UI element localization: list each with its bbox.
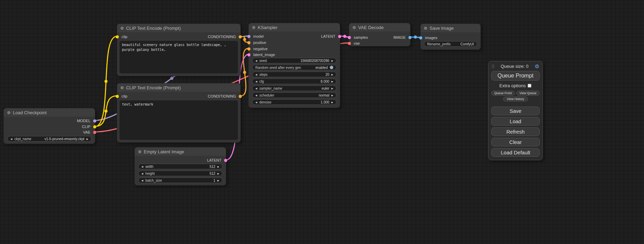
input-dot-vae[interactable] [348, 42, 351, 45]
widget-ckpt-name[interactable]: ◀ ckpt_name v1-5-pruned-emaonly.ckpt ▶ [7, 136, 91, 142]
queue-prompt-button[interactable]: Queue Prompt [491, 71, 540, 81]
input-label-clip: clip [122, 35, 127, 39]
node-vae-decode-titlebar[interactable]: VAE Decode [349, 23, 410, 31]
input-label-images: images [425, 36, 437, 40]
slot-row-images: images [421, 35, 480, 40]
node-clip-positive-titlebar[interactable]: CLIP Text Encode (Prompt) [117, 24, 240, 32]
increment-arrow-icon[interactable]: ▶ [218, 179, 219, 182]
save-button[interactable]: Save [491, 107, 540, 115]
input-dot-model[interactable] [247, 35, 250, 38]
decrement-arrow-icon[interactable]: ◀ [10, 138, 12, 140]
load-default-button[interactable]: Load Default [491, 148, 540, 157]
increment-arrow-icon[interactable]: ▶ [332, 73, 333, 76]
collapse-dot-icon[interactable] [252, 26, 255, 29]
refresh-button[interactable]: Refresh [491, 127, 540, 136]
node-save-image-titlebar[interactable]: Save Image [421, 24, 480, 32]
decrement-arrow-icon[interactable]: ◀ [141, 179, 143, 182]
increment-arrow-icon[interactable]: ▶ [87, 138, 88, 140]
widget-cfg[interactable]: ◀ cfg 8.000 ▶ [252, 79, 336, 84]
input-dot-samples[interactable] [348, 36, 351, 39]
collapse-dot-icon[interactable] [353, 26, 356, 29]
increment-arrow-icon[interactable]: ▶ [218, 172, 219, 175]
increment-arrow-icon[interactable]: ▶ [332, 87, 333, 90]
widget-sampler-name[interactable]: ◀ sampler_name euler ▶ [252, 85, 336, 91]
prompt-text-input[interactable]: beautiful scenery nature glass bottle la… [120, 41, 238, 73]
queue-front-button[interactable]: Queue Front [491, 91, 515, 96]
node-load-checkpoint-titlebar[interactable]: Load Checkpoint [4, 108, 95, 117]
decrement-arrow-icon[interactable]: ◀ [141, 165, 143, 168]
input-dot-positive[interactable] [247, 41, 250, 44]
settings-gear-icon[interactable]: ⚙ [535, 64, 539, 69]
widget-steps[interactable]: ◀ steps 20 ▶ [252, 72, 336, 77]
widget-value: euler [321, 87, 329, 90]
decrement-arrow-icon[interactable]: ◀ [255, 60, 257, 62]
widget-value: 1.000 [321, 100, 329, 104]
node-clip-text-encode-negative[interactable]: CLIP Text Encode (Prompt) clip CONDITION… [117, 83, 241, 143]
increment-arrow-icon[interactable]: ▶ [332, 94, 333, 97]
output-dot-latent[interactable] [224, 159, 227, 162]
increment-arrow-icon[interactable]: ▶ [218, 165, 219, 168]
node-vae-decode[interactable]: VAE Decode samples IMAGE vae [349, 23, 411, 46]
collapse-dot-icon[interactable] [424, 27, 427, 30]
decrement-arrow-icon[interactable]: ◀ [255, 94, 257, 97]
node-ksampler-titlebar[interactable]: KSampler [249, 23, 340, 31]
node-save-image[interactable]: Save Image images filename_prefix ComfyU… [420, 24, 481, 50]
widget-height[interactable]: ◀ height 512 ▶ [138, 171, 222, 176]
output-label-latent: LATENT [321, 34, 335, 38]
input-dot-negative[interactable] [247, 47, 250, 51]
node-title: CLIP Text Encode (Prompt) [126, 85, 181, 90]
output-dot-conditioning[interactable] [239, 95, 242, 98]
output-dot-image[interactable] [408, 36, 412, 39]
input-dot-clip[interactable] [116, 95, 119, 98]
node-graph-canvas[interactable]: Load Checkpoint MODEL CLIP VAE ◀ ckpt_na… [0, 0, 644, 244]
decrement-arrow-icon[interactable]: ◀ [255, 73, 257, 76]
increment-arrow-icon[interactable]: ▶ [332, 80, 333, 83]
node-empty-latent-image[interactable]: Empty Latent Image LATENT ◀ width 512 ▶ … [134, 147, 226, 186]
input-dot-clip[interactable] [116, 35, 119, 38]
clear-button[interactable]: Clear [491, 138, 540, 146]
output-dot-latent[interactable] [338, 35, 341, 38]
node-ksampler[interactable]: KSampler model LATENT positive negative … [248, 23, 340, 108]
view-history-button[interactable]: View History [503, 97, 528, 101]
collapse-dot-icon[interactable] [121, 27, 124, 30]
node-empty-latent-titlebar[interactable]: Empty Latent Image [135, 147, 226, 156]
output-dot-clip[interactable] [93, 125, 96, 128]
increment-arrow-icon[interactable]: ▶ [332, 101, 333, 103]
widget-denoise[interactable]: ◀ denoise 1.000 ▶ [252, 99, 336, 105]
node-title: Empty Latent Image [144, 149, 184, 154]
collapse-dot-icon[interactable] [121, 86, 124, 89]
load-button[interactable]: Load [491, 117, 540, 126]
widget-filename-prefix[interactable]: filename_prefix ComfyUI [424, 41, 477, 47]
output-dot-conditioning[interactable] [239, 35, 242, 38]
widget-label: steps [259, 73, 267, 76]
node-clip-negative-titlebar[interactable]: CLIP Text Encode (Prompt) [117, 83, 240, 92]
widget-width[interactable]: ◀ width 512 ▶ [138, 164, 222, 169]
collapse-dot-icon[interactable] [138, 150, 141, 153]
collapse-dot-icon[interactable] [7, 111, 10, 114]
input-dot-latent-image[interactable] [247, 53, 250, 56]
decrement-arrow-icon[interactable]: ◀ [255, 87, 257, 90]
prompt-text-input[interactable]: text, watermark [120, 100, 238, 140]
node-title: VAE Decode [358, 25, 383, 30]
node-title: Save Image [430, 26, 453, 31]
toggle-icon[interactable] [330, 66, 333, 69]
input-dot-images[interactable] [419, 36, 422, 39]
drag-handle-icon[interactable]: ⣿ [492, 64, 494, 68]
widget-batch-size[interactable]: ◀ batch_size 1 ▶ [138, 178, 222, 183]
increment-arrow-icon[interactable]: ▶ [332, 60, 333, 62]
decrement-arrow-icon[interactable]: ◀ [255, 80, 257, 83]
output-dot-vae[interactable] [93, 131, 96, 134]
slot-row-clip-output: CLIP [4, 124, 95, 129]
output-dot-model[interactable] [93, 119, 96, 123]
node-clip-text-encode-positive[interactable]: CLIP Text Encode (Prompt) clip CONDITION… [117, 24, 241, 76]
widget-label: scheduler [259, 93, 274, 97]
widget-random-seed[interactable]: Random seed after every gen enabled [252, 65, 336, 70]
view-queue-button[interactable]: View Queue [516, 91, 540, 96]
widget-label: Random seed after every gen [255, 66, 301, 70]
extra-options-checkbox[interactable] [528, 84, 531, 88]
node-load-checkpoint[interactable]: Load Checkpoint MODEL CLIP VAE ◀ ckpt_na… [3, 108, 95, 144]
widget-scheduler[interactable]: ◀ scheduler normal ▶ [252, 92, 336, 98]
widget-seed[interactable]: ◀ seed 156680208700286 ▶ [252, 58, 336, 63]
decrement-arrow-icon[interactable]: ◀ [255, 101, 257, 103]
decrement-arrow-icon[interactable]: ◀ [141, 172, 143, 175]
